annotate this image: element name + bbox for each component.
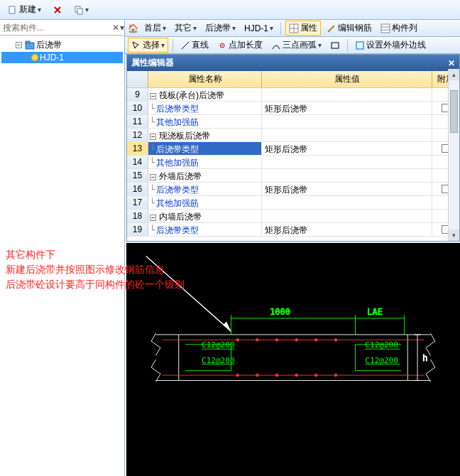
rect-tool[interactable]: [327, 40, 343, 51]
search-dropdown[interactable]: ▾: [119, 23, 124, 33]
prop-row[interactable]: 17└ 其他加强筋: [127, 196, 459, 210]
new-label: 新建: [19, 4, 36, 16]
grid-icon: [289, 23, 299, 33]
svg-rect-6: [26, 41, 30, 43]
prop-value[interactable]: [262, 196, 432, 209]
svg-point-32: [295, 339, 298, 342]
component-tree: − 后浇带 HJD-1: [0, 36, 124, 66]
svg-rect-0: [9, 6, 15, 13]
prop-header: 属性名称 属性值 附加: [127, 71, 459, 88]
rebar-c2: C12@200: [202, 356, 235, 365]
prop-value[interactable]: 矩形后浇带: [262, 142, 432, 155]
prop-name: 内墙后浇带: [159, 211, 202, 223]
prop-title-bar: 属性编辑器 ✕: [127, 55, 459, 71]
right-area: 🏠 首层▾ 其它▾ 后浇带▾ HJD-1▾ 属性 编辑钢筋 构件列 选择▾ 直线: [125, 20, 460, 476]
col-name-header: 属性名称: [148, 71, 262, 87]
svg-point-36: [256, 374, 258, 377]
select-tool[interactable]: 选择▾: [128, 38, 168, 53]
prop-body: 9−筏板(承台)后浇带10└ 后浇带类型矩形后浇带11└ 其他加强筋12−现浇板…: [127, 88, 459, 243]
prop-row[interactable]: 13└ 后浇带类型矩形后浇带: [127, 142, 459, 156]
search-input[interactable]: [0, 21, 112, 34]
rebar-c3: C12@200: [365, 340, 398, 350]
prop-value[interactable]: 矩形后浇带: [262, 102, 432, 114]
nav-layer[interactable]: 首层▾: [141, 21, 169, 35]
svg-point-35: [236, 374, 239, 377]
prop-row[interactable]: 12−现浇板后浇带: [127, 129, 459, 142]
prop-name: 筏板(承台)后浇带: [159, 90, 224, 102]
prop-row[interactable]: 14└ 其他加强筋: [127, 156, 459, 169]
copy-icon: [74, 5, 84, 15]
property-editor: 属性编辑器 ✕ 属性名称 属性值 附加 9−筏板(承台)后浇带10└ 后浇带类型…: [126, 54, 460, 242]
prop-value[interactable]: [262, 88, 432, 101]
svg-line-13: [182, 42, 189, 49]
tree-label: HJD-1: [40, 53, 64, 63]
pointlen-tool[interactable]: 点加长度: [214, 38, 265, 52]
scroll-down-icon[interactable]: ▾: [449, 229, 459, 241]
scroll-thumb[interactable]: [450, 90, 458, 133]
prop-name: 现浇板后浇带: [159, 130, 210, 142]
prop-value[interactable]: [262, 129, 432, 141]
collapse-icon[interactable]: −: [150, 93, 156, 99]
new-button[interactable]: 新建 ▾: [3, 1, 46, 18]
cad-drawing-area[interactable]: 其它构件下 新建后浇带并按照图示修改钢筋信息 后浇带砼设计要高于同构件的砼一个级…: [126, 243, 460, 476]
scroll-up-icon[interactable]: ▴: [449, 69, 459, 80]
prop-name: 外墙后浇带: [159, 171, 202, 183]
annotation-text: 其它构件下 新建后浇带并按照图示修改钢筋信息 后浇带砼设计要高于同构件的砼一个级…: [6, 247, 185, 292]
tree-label: 后浇带: [36, 39, 62, 51]
svg-point-34: [334, 339, 337, 342]
prop-button[interactable]: 属性: [285, 21, 321, 36]
prop-row[interactable]: 19└ 后浇带类型矩形后浇带: [127, 223, 459, 237]
prop-value[interactable]: [262, 210, 432, 222]
tree-node-root[interactable]: − 后浇带: [1, 38, 123, 52]
prop-name: 后浇带类型: [156, 144, 199, 156]
collapse-icon[interactable]: −: [16, 42, 22, 48]
prop-value[interactable]: [262, 169, 432, 182]
delete-button[interactable]: [48, 3, 67, 17]
clear-search-button[interactable]: ✕: [112, 23, 119, 33]
svg-rect-17: [356, 42, 363, 49]
prop-row[interactable]: 18−内墙后浇带: [127, 210, 459, 223]
tree-node-hjd1[interactable]: HJD-1: [1, 52, 123, 63]
collapse-icon[interactable]: −: [150, 134, 156, 140]
prop-name: 后浇带类型: [156, 184, 199, 196]
dim-1000: 1000: [270, 307, 290, 317]
prop-value[interactable]: [262, 156, 432, 168]
prop-name: 后浇带类型: [156, 103, 199, 115]
point-icon: [217, 40, 227, 50]
dropdown-icon: ▾: [85, 6, 89, 13]
svg-point-37: [275, 374, 278, 377]
prop-name: 其他加强筋: [156, 198, 199, 210]
prop-row[interactable]: 9−筏板(承台)后浇带: [127, 88, 459, 102]
pencil-icon: [327, 23, 336, 33]
prop-value[interactable]: [262, 115, 432, 128]
svg-point-33: [314, 339, 317, 342]
rebar-c1: C12@200: [202, 340, 235, 350]
nav-hjd-cat[interactable]: 后浇带▾: [202, 21, 239, 35]
new-icon: [8, 5, 18, 15]
folder-icon: [25, 40, 35, 50]
component-list-button[interactable]: 构件列: [378, 21, 420, 35]
dim-lae: LAE: [367, 307, 383, 317]
prop-scrollbar[interactable]: ▴ ▾: [448, 69, 459, 241]
prop-row[interactable]: 15−外墙后浇带: [127, 169, 459, 183]
prop-row[interactable]: 10└ 后浇带类型矩形后浇带: [127, 102, 459, 115]
home-icon[interactable]: 🏠: [128, 23, 138, 33]
node-icon: [31, 54, 38, 61]
svg-marker-19: [223, 322, 231, 332]
nav-other[interactable]: 其它▾: [172, 21, 199, 35]
rebar-c4: C12@200: [365, 356, 398, 365]
close-icon[interactable]: ✕: [448, 58, 455, 68]
nav-hjd-item[interactable]: HJD-1▾: [241, 23, 276, 34]
collapse-icon[interactable]: −: [150, 174, 156, 180]
collapse-icon[interactable]: −: [150, 215, 156, 221]
edit-rebar-button[interactable]: 编辑钢筋: [324, 21, 375, 35]
arc3-tool[interactable]: 三点画弧▾: [268, 38, 324, 52]
copy-button[interactable]: ▾: [69, 3, 94, 17]
line-tool[interactable]: 直线: [177, 38, 212, 52]
outer-wall-tool[interactable]: 设置外墙外边线: [352, 38, 429, 52]
svg-rect-10: [381, 24, 390, 33]
prop-row[interactable]: 11└ 其他加强筋: [127, 115, 459, 129]
prop-value[interactable]: 矩形后浇带: [262, 223, 432, 236]
prop-value[interactable]: 矩形后浇带: [262, 183, 432, 195]
prop-row[interactable]: 16└ 后浇带类型矩形后浇带: [127, 183, 459, 196]
